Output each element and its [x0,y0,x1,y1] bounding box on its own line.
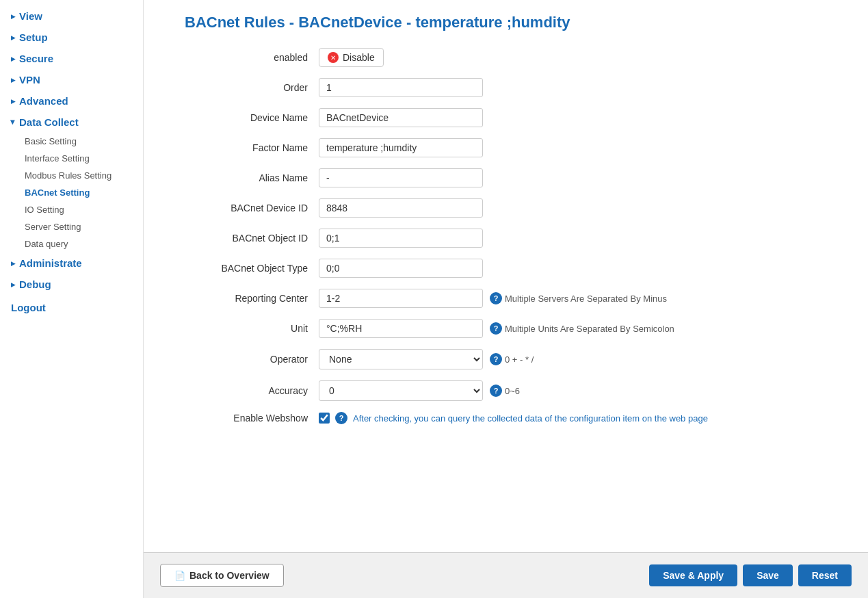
reporting-center-hint: ? Multiple Servers Are Separated By Minu… [490,292,667,304]
chevron-icon: ▸ [11,12,15,21]
back-button-label: Back to Overview [189,570,269,581]
content-area: BACnet Rules - BACnetDevice - temperatur… [144,0,868,552]
reporting-center-input[interactable] [319,289,483,308]
hint-icon: ? [490,353,502,365]
enable-webshow-label: Enable Webshow [185,413,308,424]
bacnet-device-id-label: BACnet Device ID [185,203,308,213]
hint-icon: ? [490,322,502,335]
unit-row: Unit ? Multiple Units Are Separated By S… [185,319,841,338]
operator-label: Operator [185,354,308,365]
sidebar-item-label: VPN [19,74,40,86]
enabled-label: enabled [185,52,308,63]
footer-left: 📄 Back to Overview [160,564,284,587]
reset-button[interactable]: Reset [798,564,852,586]
operator-select[interactable]: None + - * / [319,349,483,369]
unit-hint: ? Multiple Units Are Separated By Semico… [490,322,674,335]
disable-button-label: Disable [343,52,375,63]
hint-icon: ? [335,412,347,424]
sidebar-item-secure[interactable]: ▸ Secure [0,48,143,69]
sidebar-item-label: Administrate [19,257,82,269]
bacnet-object-type-label: BACnet Object Type [185,263,308,274]
sidebar-item-label: Secure [19,53,53,64]
bacnet-device-id-input[interactable] [319,198,483,218]
sidebar: ▸ View ▸ Setup ▸ Secure ▸ VPN ▸ Advanced… [0,0,144,598]
accuracy-select[interactable]: 0 1 2 3 4 5 6 [319,380,483,401]
sidebar-item-debug[interactable]: ▸ Debug [0,274,143,295]
accuracy-hint: ? 0~6 [490,385,520,397]
operator-row: Operator None + - * / ? 0 + - * / [185,349,841,369]
alias-name-input[interactable] [319,168,483,187]
sidebar-item-view[interactable]: ▸ View [0,5,143,27]
reporting-center-row: Reporting Center ? Multiple Servers Are … [185,289,841,308]
disable-button[interactable]: Disable [319,48,384,67]
order-input[interactable] [319,78,483,97]
enable-webshow-row: Enable Webshow ? After checking, you can… [185,412,841,424]
alias-name-label: Alias Name [185,172,308,183]
device-name-label: Device Name [185,112,308,123]
sidebar-sub-item-data-query[interactable]: Data query [19,235,143,252]
sidebar-item-label: View [19,10,42,22]
sidebar-sub-item-basic-setting[interactable]: Basic Setting [19,133,143,150]
sidebar-item-data-collect[interactable]: ▸ Data Collect [0,112,143,133]
sidebar-item-label: Data Collect [19,116,79,128]
back-icon: 📄 [174,571,185,581]
bacnet-object-type-row: BACnet Object Type [185,259,841,278]
enable-webshow-checkbox[interactable] [319,413,330,424]
unit-hint-text: Multiple Units Are Separated By Semicolo… [505,324,674,334]
bacnet-object-id-label: BACnet Object ID [185,233,308,244]
sidebar-sub-item-interface-setting[interactable]: Interface Setting [19,150,143,167]
accuracy-row: Accuracy 0 1 2 3 4 5 6 ? 0~6 [185,380,841,401]
save-button[interactable]: Save [743,564,793,586]
order-row: Order [185,78,841,97]
operator-hint: ? 0 + - * / [490,353,534,365]
device-name-input[interactable] [319,108,483,127]
sidebar-item-setup[interactable]: ▸ Setup [0,27,143,48]
unit-label: Unit [185,323,308,334]
sidebar-item-advanced[interactable]: ▸ Advanced [0,90,143,112]
sidebar-sub-item-modbus-rules-setting[interactable]: Modbus Rules Setting [19,167,143,184]
unit-input[interactable] [319,319,483,338]
chevron-icon: ▸ [11,96,15,106]
main-content: BACnet Rules - BACnetDevice - temperatur… [144,0,868,598]
chevron-icon: ▸ [11,280,15,289]
factor-name-row: Factor Name [185,138,841,157]
hint-icon: ? [490,385,502,397]
chevron-icon: ▸ [11,75,15,85]
chevron-icon: ▸ [8,120,18,125]
hint-icon: ? [490,292,502,304]
sidebar-item-administrate[interactable]: ▸ Administrate [0,252,143,274]
bacnet-object-id-row: BACnet Object ID [185,229,841,248]
chevron-icon: ▸ [11,54,15,64]
enable-webshow-hint: After checking, you can query the collec… [353,413,708,424]
sidebar-sub-item-io-setting[interactable]: IO Setting [19,201,143,218]
alias-name-row: Alias Name [185,168,841,187]
factor-name-input[interactable] [319,138,483,157]
enable-webshow-control: ? After checking, you can query the coll… [319,412,708,424]
factor-name-label: Factor Name [185,142,308,153]
reporting-center-label: Reporting Center [185,293,308,304]
reporting-center-hint-text: Multiple Servers Are Separated By Minus [505,294,667,304]
operator-hint-text: 0 + - * / [505,354,534,365]
logout-button[interactable]: Logout [0,295,143,320]
sidebar-sub-item-bacnet-setting[interactable]: BACnet Setting [19,184,143,201]
bacnet-device-id-row: BACnet Device ID [185,198,841,218]
sidebar-item-vpn[interactable]: ▸ VPN [0,69,143,90]
sidebar-item-label: Debug [19,278,51,290]
sidebar-sub-data-collect: Basic Setting Interface Setting Modbus R… [0,133,143,252]
footer-right: Save & Apply Save Reset [649,564,852,586]
page-title: BACnet Rules - BACnetDevice - temperatur… [185,14,841,31]
sidebar-item-label: Setup [19,31,48,43]
enabled-row: enabled Disable [185,48,841,67]
back-to-overview-button[interactable]: 📄 Back to Overview [160,564,284,587]
bacnet-object-type-input[interactable] [319,259,483,278]
order-label: Order [185,82,308,93]
accuracy-label: Accuracy [185,385,308,396]
footer: 📄 Back to Overview Save & Apply Save Res… [144,552,868,598]
device-name-row: Device Name [185,108,841,127]
bacnet-object-id-input[interactable] [319,229,483,248]
sidebar-item-label: Advanced [19,95,68,107]
accuracy-hint-text: 0~6 [505,386,520,396]
disable-icon [328,52,339,63]
sidebar-sub-item-server-setting[interactable]: Server Setting [19,218,143,235]
save-apply-button[interactable]: Save & Apply [649,564,737,586]
